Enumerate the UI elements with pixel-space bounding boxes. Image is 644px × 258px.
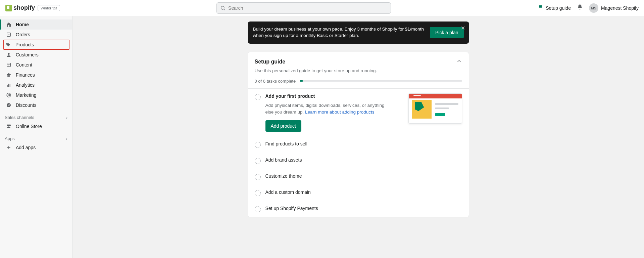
svg-point-11 bbox=[8, 95, 9, 95]
task-title: Add your first product bbox=[265, 93, 400, 99]
chevron-right-icon: › bbox=[66, 136, 67, 141]
plus-icon bbox=[6, 144, 12, 150]
banner-text: Build your dream business at your own pa… bbox=[253, 26, 425, 39]
analytics-icon bbox=[6, 82, 12, 88]
nav-label: Customers bbox=[16, 52, 39, 57]
progress-text: 0 of 6 tasks complete bbox=[255, 79, 296, 84]
card-header: Setup guide Use this personalized guide … bbox=[248, 52, 469, 88]
search-icon bbox=[220, 5, 226, 11]
progress-row: 0 of 6 tasks complete bbox=[255, 79, 462, 88]
close-icon[interactable]: ✕ bbox=[461, 25, 465, 31]
task-title: Add brand assets bbox=[265, 157, 302, 163]
sidebar-item-online-store[interactable]: Online Store bbox=[0, 121, 72, 131]
content-icon bbox=[6, 62, 12, 68]
svg-point-3 bbox=[7, 43, 8, 44]
sales-channels-header[interactable]: Sales channels › bbox=[0, 110, 72, 121]
nav-label: Marketing bbox=[16, 92, 36, 98]
svg-rect-7 bbox=[8, 84, 9, 87]
home-icon bbox=[6, 22, 12, 28]
svg-point-13 bbox=[8, 104, 8, 105]
nav-label: Content bbox=[16, 62, 32, 68]
add-product-button[interactable]: Add product bbox=[265, 120, 302, 132]
account-menu[interactable]: MS Magenest Shopify bbox=[589, 3, 639, 13]
setup-guide-link[interactable]: Setup guide bbox=[538, 5, 571, 11]
brand-name: shopify bbox=[13, 4, 35, 11]
logo-area: shopify Winter '23 bbox=[5, 4, 69, 11]
search-bar[interactable] bbox=[216, 2, 391, 14]
flag-icon bbox=[538, 5, 544, 11]
task-add-first-product[interactable]: Add your first product Add physical item… bbox=[248, 89, 469, 137]
svg-point-4 bbox=[8, 53, 9, 55]
finances-icon bbox=[6, 72, 12, 78]
task-title: Add a custom domain bbox=[265, 189, 311, 195]
sidebar-item-products[interactable]: Products bbox=[3, 40, 69, 50]
nav-label: Home bbox=[16, 22, 29, 27]
task-customize-theme[interactable]: Customize theme bbox=[248, 169, 469, 185]
season-badge: Winter '23 bbox=[38, 5, 60, 11]
notifications-bell-icon[interactable] bbox=[577, 4, 583, 12]
store-icon bbox=[6, 123, 12, 129]
sidebar-item-home[interactable]: Home bbox=[0, 19, 72, 30]
pick-plan-button[interactable]: Pick a plan bbox=[430, 27, 463, 38]
task-status-circle-icon bbox=[255, 158, 261, 164]
shopify-bag-icon bbox=[5, 5, 12, 11]
task-list: Add your first product Add physical item… bbox=[248, 88, 469, 217]
chevron-up-icon[interactable] bbox=[456, 58, 462, 66]
task-status-circle-icon bbox=[255, 190, 261, 196]
svg-point-14 bbox=[9, 105, 10, 106]
sidebar-item-finances[interactable]: Finances bbox=[0, 70, 72, 80]
svg-rect-5 bbox=[7, 63, 11, 67]
nav-label: Analytics bbox=[16, 82, 35, 88]
sidebar-item-customers[interactable]: Customers bbox=[0, 50, 72, 60]
task-add-brand-assets[interactable]: Add brand assets bbox=[248, 153, 469, 169]
svg-rect-8 bbox=[10, 84, 10, 87]
learn-more-link[interactable]: Learn more about adding products bbox=[305, 110, 374, 115]
customers-icon bbox=[6, 52, 12, 58]
svg-rect-6 bbox=[7, 85, 8, 87]
plan-banner: Build your dream business at your own pa… bbox=[248, 22, 469, 44]
main-content: Build your dream business at your own pa… bbox=[72, 16, 644, 258]
sidebar-item-discounts[interactable]: Discounts bbox=[0, 100, 72, 110]
nav-label: Products bbox=[15, 42, 34, 47]
card-subtitle: Use this personalized guide to get your … bbox=[255, 68, 462, 73]
task-shopify-payments[interactable]: Set up Shopify Payments bbox=[248, 201, 469, 217]
sidebar-item-content[interactable]: Content bbox=[0, 60, 72, 70]
task-status-circle-icon bbox=[255, 206, 261, 212]
nav-label: Finances bbox=[16, 72, 35, 78]
svg-point-0 bbox=[221, 6, 224, 9]
task-title: Set up Shopify Payments bbox=[265, 206, 318, 211]
sidebar-item-analytics[interactable]: Analytics bbox=[0, 80, 72, 90]
avatar: MS bbox=[589, 3, 598, 13]
sidebar-item-marketing[interactable]: Marketing bbox=[0, 90, 72, 100]
products-icon bbox=[5, 42, 11, 48]
section-label: Apps bbox=[5, 136, 15, 141]
setup-guide-label: Setup guide bbox=[546, 5, 571, 11]
store-name: Magenest Shopify bbox=[601, 5, 639, 11]
task-find-products[interactable]: Find products to sell bbox=[248, 136, 469, 153]
shopify-logo[interactable]: shopify bbox=[5, 4, 35, 11]
nav-label: Add apps bbox=[16, 145, 36, 150]
sidebar-item-add-apps[interactable]: Add apps bbox=[0, 142, 72, 153]
task-title: Customize theme bbox=[265, 173, 302, 179]
card-title: Setup guide bbox=[255, 59, 286, 65]
nav-label: Discounts bbox=[16, 102, 36, 108]
sidebar: Home Orders Products Customers Content F… bbox=[0, 16, 72, 258]
nav-label: Online Store bbox=[16, 124, 42, 129]
orders-icon bbox=[6, 32, 12, 38]
task-description: Add physical items, digital downloads, s… bbox=[265, 102, 393, 116]
svg-rect-2 bbox=[7, 33, 11, 37]
search-input[interactable] bbox=[228, 5, 387, 11]
task-illustration bbox=[405, 93, 462, 125]
apps-header[interactable]: Apps › bbox=[0, 131, 72, 142]
nav-label: Orders bbox=[16, 32, 30, 37]
task-status-circle-icon bbox=[255, 174, 261, 180]
sidebar-item-orders[interactable]: Orders bbox=[0, 30, 72, 40]
task-status-circle-icon bbox=[255, 94, 261, 100]
search-wrap bbox=[73, 2, 534, 14]
topbar-right: Setup guide MS Magenest Shopify bbox=[538, 3, 639, 13]
topbar: shopify Winter '23 Setup guide MS Magene… bbox=[0, 0, 644, 16]
task-status-circle-icon bbox=[255, 142, 261, 148]
chevron-right-icon: › bbox=[66, 115, 67, 120]
setup-guide-card: Setup guide Use this personalized guide … bbox=[248, 52, 469, 218]
task-custom-domain[interactable]: Add a custom domain bbox=[248, 185, 469, 201]
